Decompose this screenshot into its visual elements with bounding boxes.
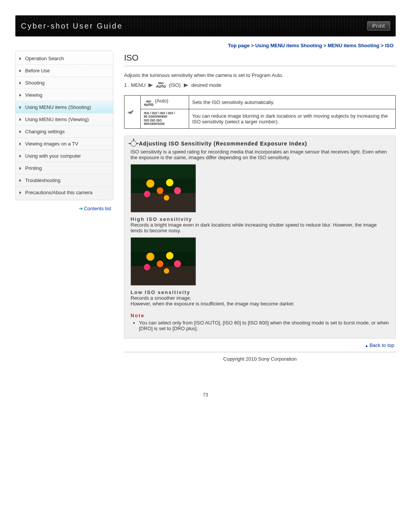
arrow-right-icon: [148, 83, 153, 87]
auto-description: Sets the ISO sensitivity automatically.: [189, 96, 396, 109]
menu-path-step: 1 . MENU ISOAUTO (ISO) desired mode: [124, 82, 396, 88]
sidebar-item[interactable]: Shooting: [16, 77, 113, 89]
sidebar-item-label: Using MENU items (Viewing): [25, 117, 89, 122]
header-bar: Cyber-shot User Guide Print: [15, 15, 396, 37]
sidebar-item-label: Precautions/About this camera: [25, 190, 92, 195]
sidebar-item[interactable]: Viewing: [16, 89, 113, 101]
intro-text: Adjusts the luminous sensitivity when th…: [124, 72, 396, 78]
arrow-right-icon: ➔: [79, 206, 82, 211]
sidebar-item-label: Using with your computer: [25, 153, 81, 159]
step-menu-label: 1 . MENU: [124, 82, 145, 88]
sidebar-item-label: Before Use: [25, 68, 50, 73]
sidebar-item-label: Changing settings: [25, 129, 65, 134]
sidebar-item-label: Viewing: [25, 92, 42, 98]
high-iso-sample-image: [131, 164, 196, 212]
step-desired-label: desired mode: [191, 82, 221, 88]
note-item: You can select only from [ISO AUTO], [IS…: [139, 320, 389, 331]
sidebar-item-label: Viewing images on a TV: [25, 141, 78, 147]
sidebar-item-label: Shooting: [25, 80, 45, 86]
chevron-right-icon: [19, 81, 21, 85]
manual-iso-description: You can reduce image blurring in dark lo…: [189, 109, 396, 129]
page-number: 73: [15, 392, 396, 398]
sidebar-item[interactable]: Precautions/About this camera: [16, 187, 113, 198]
note-heading: Note: [131, 313, 389, 318]
chevron-right-icon: [19, 179, 21, 182]
sidebar-item-label: Troubleshooting: [25, 177, 61, 183]
sidebar: Operation SearchBefore UseShootingViewin…: [15, 51, 113, 200]
high-iso-heading: High ISO sensitivity: [131, 216, 389, 222]
print-button[interactable]: Print: [367, 21, 390, 30]
auto-label: (Auto): [153, 98, 168, 104]
sidebar-item-label: Using MENU items (Shooting): [25, 104, 91, 110]
info-paragraph: ISO sensitivity is a speed rating for re…: [131, 149, 389, 160]
chevron-right-icon: [19, 142, 21, 145]
low-iso-heading: Low ISO sensitivity: [131, 289, 389, 295]
high-iso-text: Records a bright image even in dark loca…: [131, 222, 389, 233]
main-content: ISO Adjusts the luminous sensitivity whe…: [124, 51, 396, 362]
chevron-right-icon: [19, 94, 21, 97]
info-box: Adjusting ISO Sensitivity (Recommended E…: [124, 136, 396, 339]
check-icon: [129, 109, 136, 114]
sidebar-item[interactable]: Printing: [16, 162, 113, 174]
app-title: Cyber-shot User Guide: [21, 22, 123, 30]
chevron-right-icon: [19, 57, 21, 60]
chevron-right-icon: [19, 167, 21, 170]
sidebar-item[interactable]: Changing settings: [16, 126, 113, 138]
sidebar-item[interactable]: Before Use: [16, 65, 113, 77]
low-iso-text-1: Records a smoother image.: [131, 295, 389, 301]
sidebar-item-label: Printing: [25, 165, 42, 171]
sidebar-item[interactable]: Using MENU items (Viewing): [16, 113, 113, 126]
page-title: ISO: [124, 53, 396, 63]
step-iso-label: (ISO): [169, 82, 181, 88]
iso-settings-table: ISOAUTO (Auto) Sets the ISO sensitivity …: [124, 95, 396, 129]
note-list: You can select only from [ISO AUTO], [IS…: [131, 320, 389, 331]
chevron-right-icon: [19, 69, 21, 72]
sidebar-item[interactable]: Using with your computer: [16, 150, 113, 162]
iso-auto-icon: ISOAUTO: [156, 82, 166, 88]
sidebar-item-label: Operation Search: [25, 56, 64, 61]
divider: [124, 352, 396, 352]
chevron-right-icon: [19, 106, 21, 109]
contents-list-label: Contents list: [84, 206, 111, 211]
lightbulb-icon: [131, 141, 137, 147]
copyright: Copyright 2010 Sony Corporation: [124, 356, 396, 362]
chevron-right-icon: [19, 191, 21, 194]
arrow-right-icon: [184, 83, 188, 87]
sidebar-item[interactable]: Operation Search: [16, 53, 113, 65]
low-iso-text-2: However, when the exposure is insufficie…: [131, 301, 389, 307]
info-heading: Adjusting ISO Sensitivity (Recommended E…: [131, 141, 389, 147]
sidebar-item[interactable]: Viewing images on a TV: [16, 138, 113, 150]
divider: [124, 66, 396, 66]
chevron-right-icon: [19, 155, 21, 158]
iso-auto-icon: ISOAUTO: [144, 100, 153, 107]
breadcrumb[interactable]: Top page > Using MENU items Shooting > M…: [15, 37, 396, 51]
low-iso-sample-image: [131, 237, 196, 286]
sidebar-item[interactable]: Troubleshooting: [16, 174, 113, 187]
back-to-top-link[interactable]: Back to top: [124, 339, 396, 350]
chevron-right-icon: [19, 130, 21, 133]
sidebar-item[interactable]: Using MENU items (Shooting): [16, 101, 113, 113]
chevron-right-icon: [19, 118, 21, 121]
contents-list-link[interactable]: ➔Contents list: [15, 200, 113, 211]
iso-values-icon: ISO / ISO / ISO / ISO / 80 /100/200/400/…: [144, 112, 186, 126]
